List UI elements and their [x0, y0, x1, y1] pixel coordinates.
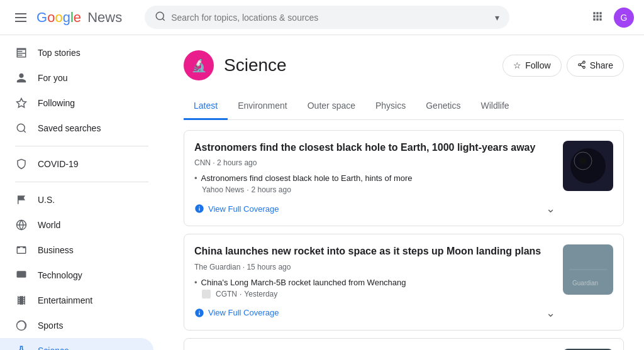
sidebar-item-for-you[interactable]: For you — [0, 65, 153, 90]
sidebar-item-world[interactable]: World — [0, 212, 153, 238]
logo-news-text: News — [84, 9, 122, 26]
expand-icon[interactable]: ⌄ — [546, 202, 555, 216]
view-coverage: View Full Coverage ⌄ — [194, 306, 555, 320]
sub-article-item: • Astronomers find closest black hole to… — [194, 173, 555, 183]
sidebar-item-science[interactable]: Science — [0, 338, 153, 350]
topic-tabs: Latest Environment Outer space Physics G… — [184, 93, 624, 120]
sidebar-label: Top stories — [38, 48, 80, 58]
sidebar-divider-1 — [15, 146, 148, 146]
svg-point-11 — [579, 157, 587, 165]
sidebar-label: Technology — [38, 270, 82, 280]
saved-search-icon — [15, 122, 28, 134]
svg-text:Guardian: Guardian — [572, 280, 598, 287]
share-icon — [577, 60, 586, 71]
article-title[interactable]: Astronomers find the closest black hole … — [194, 141, 555, 155]
google-news-logo[interactable]: Google News — [36, 9, 122, 26]
avatar[interactable]: G — [614, 8, 634, 28]
article-content: China launches new rocket into space as … — [194, 244, 613, 319]
svg-point-7 — [578, 63, 580, 66]
article-text: Astronomers find the closest black hole … — [194, 141, 555, 216]
topic-actions: ☆ Follow Share — [502, 55, 624, 77]
main-content: 🔬 Science ☆ Follow Share Latest Environm… — [164, 35, 644, 350]
entertainment-icon — [15, 294, 28, 307]
article-source: The Guardian · 15 hours ago — [194, 263, 555, 271]
share-label: Share — [590, 60, 613, 70]
tab-wildlife[interactable]: Wildlife — [470, 93, 519, 120]
hamburger-menu[interactable] — [10, 8, 31, 27]
bullet: • — [194, 173, 197, 183]
sidebar-item-covid[interactable]: COVID-19 — [0, 151, 153, 177]
sidebar-label: COVID-19 — [38, 159, 79, 169]
follow-label: Follow — [525, 60, 550, 70]
svg-point-8 — [582, 66, 585, 68]
article-source: CNN · 2 hours ago — [194, 158, 555, 167]
sidebar-item-sports[interactable]: Sports — [0, 313, 153, 338]
header: Google News ▾ G — [0, 0, 644, 35]
apps-icon[interactable] — [591, 10, 604, 25]
follow-button[interactable]: ☆ Follow — [502, 55, 561, 77]
sidebar-label: Sports — [38, 320, 63, 331]
sidebar-label: Entertainment — [38, 295, 92, 305]
articles-list: Astronomers find the closest black hole … — [184, 130, 624, 350]
article-content: Astronomers find the closest black hole … — [194, 141, 613, 216]
person-icon — [15, 72, 28, 84]
share-button[interactable]: Share — [567, 55, 624, 77]
svg-point-5 — [17, 321, 26, 331]
sidebar-item-business[interactable]: Business — [0, 238, 153, 263]
sub-article-source: Yahoo News · 2 hours ago — [202, 185, 555, 194]
tab-genetics[interactable]: Genetics — [416, 93, 470, 120]
sidebar-label: Science — [38, 346, 69, 350]
search-bar[interactable]: ▾ — [145, 6, 509, 29]
sidebar-label: World — [38, 220, 60, 230]
sidebar-item-top-stories[interactable]: Top stories — [0, 40, 153, 65]
newspaper-icon — [15, 46, 28, 59]
sidebar-item-following[interactable]: Following — [0, 90, 153, 116]
bullet: • — [194, 278, 197, 287]
header-left: Google News — [10, 8, 122, 27]
article-image — [563, 141, 613, 191]
sidebar-divider-2 — [15, 182, 148, 182]
expand-icon[interactable]: ⌄ — [546, 306, 555, 320]
sidebar-item-entertainment[interactable]: Entertainment — [0, 288, 153, 313]
tab-environment[interactable]: Environment — [228, 93, 297, 120]
sidebar-label: For you — [38, 73, 67, 83]
tab-physics[interactable]: Physics — [365, 93, 416, 120]
article-image: Guardian — [563, 244, 613, 295]
svg-rect-4 — [17, 271, 26, 278]
sidebar-label: Business — [38, 245, 74, 255]
business-icon — [15, 244, 28, 256]
star-icon — [15, 97, 28, 109]
search-input[interactable] — [171, 13, 490, 23]
tab-latest[interactable]: Latest — [184, 93, 228, 120]
sports-icon — [15, 319, 28, 332]
sidebar-item-us[interactable]: U.S. — [0, 187, 153, 212]
article-title[interactable]: China launches new rocket into space as … — [194, 244, 555, 258]
tab-outer-space[interactable]: Outer space — [297, 93, 365, 120]
svg-point-0 — [156, 12, 164, 19]
view-coverage-link[interactable]: View Full Coverage — [194, 204, 279, 214]
sidebar-label: Saved searches — [38, 123, 101, 133]
svg-point-6 — [582, 61, 585, 63]
sidebar-item-saved-searches[interactable]: Saved searches — [0, 116, 153, 141]
logo-text: Google — [36, 9, 81, 26]
main-layout: Top stories For you Following Saved sear… — [0, 35, 644, 350]
flag-icon — [15, 194, 28, 206]
sidebar-label: U.S. — [38, 195, 55, 205]
article-sub: • Astronomers find closest black hole to… — [194, 173, 555, 194]
source-favicon — [202, 290, 211, 298]
sidebar-label: Following — [38, 98, 75, 108]
view-coverage-link[interactable]: View Full Coverage — [194, 308, 279, 318]
star-outline-icon: ☆ — [513, 60, 521, 70]
topic-icon: 🔬 — [184, 50, 214, 80]
search-dropdown-icon[interactable]: ▾ — [495, 13, 499, 23]
article-text: China launches new rocket into space as … — [194, 244, 555, 319]
sidebar-item-technology[interactable]: Technology — [0, 263, 153, 288]
sub-article-source: CGTN · Yesterday — [202, 290, 555, 298]
svg-marker-1 — [17, 99, 26, 107]
sidebar-primary-section: Top stories For you Following Saved sear… — [0, 40, 164, 141]
view-coverage: View Full Coverage ⌄ — [194, 202, 555, 216]
shield-icon — [15, 158, 28, 170]
topic-title: Science — [224, 55, 287, 75]
header-right: G — [591, 8, 634, 28]
science-icon — [15, 344, 28, 350]
